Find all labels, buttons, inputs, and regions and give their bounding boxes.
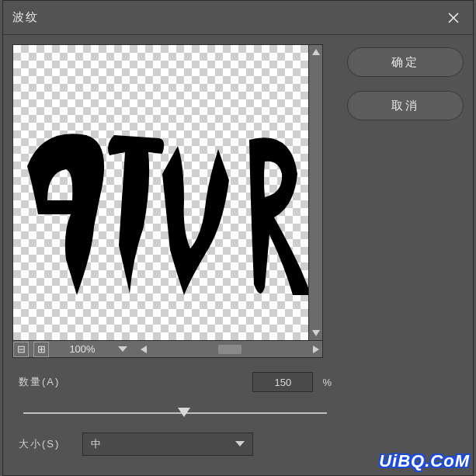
horizontal-scrollbar[interactable] <box>137 342 322 356</box>
slider-track <box>23 412 327 414</box>
close-button[interactable] <box>443 8 464 28</box>
svg-marker-0 <box>312 49 320 55</box>
size-selected: 中 <box>91 437 101 451</box>
titlebar: 波纹 <box>3 1 473 35</box>
preview-toolbar: ⊟ ⊞ 100% <box>12 341 323 358</box>
svg-marker-4 <box>313 346 319 353</box>
size-dropdown[interactable]: 中 <box>82 433 253 456</box>
scroll-down-button[interactable] <box>309 326 322 340</box>
svg-marker-2 <box>118 346 127 352</box>
scroll-up-button[interactable] <box>309 45 322 59</box>
chevron-down-icon <box>118 346 127 353</box>
amount-input[interactable] <box>252 372 313 392</box>
left-panel: ⊟ ⊞ 100% 数量(A) <box>12 44 338 466</box>
cancel-button[interactable]: 取消 <box>347 91 464 120</box>
dialog-title: 波纹 <box>12 10 443 25</box>
ok-button[interactable]: 确定 <box>347 47 464 77</box>
zoom-percent: 100% <box>54 343 111 355</box>
zoom-dropdown-button[interactable] <box>116 342 130 356</box>
close-icon <box>447 12 460 24</box>
slider-thumb[interactable] <box>178 408 190 417</box>
amount-slider[interactable] <box>23 406 327 419</box>
scroll-right-button[interactable] <box>310 343 322 356</box>
amount-unit: % <box>322 377 332 388</box>
svg-marker-3 <box>141 346 147 353</box>
zoom-in-button[interactable]: ⊞ <box>33 342 49 357</box>
svg-marker-1 <box>312 330 320 336</box>
hscroll-thumb[interactable] <box>218 345 241 354</box>
right-panel: 确定 取消 <box>347 44 464 466</box>
svg-marker-5 <box>235 441 245 446</box>
ripple-dialog: 波纹 <box>2 0 474 476</box>
zoom-out-button[interactable]: ⊟ <box>13 342 29 357</box>
chevron-down-icon <box>235 441 245 447</box>
preview-canvas[interactable] <box>12 44 309 341</box>
amount-label: 数量(A) <box>19 375 73 389</box>
scroll-left-button[interactable] <box>137 343 150 356</box>
size-label: 大小(S) <box>19 437 73 451</box>
vertical-scrollbar[interactable] <box>309 44 323 341</box>
